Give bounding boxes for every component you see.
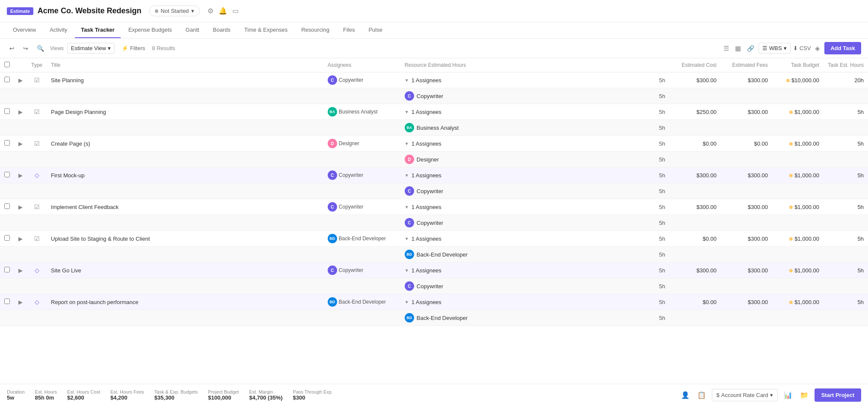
more-action-icon[interactable]: ⋮ — [94, 78, 99, 84]
task-title: Create Page (s) — [51, 140, 90, 147]
resource-row: ▼ 1 Assignees 5h — [405, 140, 665, 147]
row-est-cost: $300.00 — [670, 263, 721, 278]
arrow-down-icon[interactable]: ▼ — [405, 236, 409, 241]
row-type: ☑ — [27, 136, 47, 152]
row-checkbox[interactable] — [4, 108, 10, 114]
header: Estimate Acme Co. Website Redesign Not S… — [0, 0, 868, 22]
tab-pulse[interactable]: Pulse — [362, 22, 388, 38]
layout-action-icon[interactable]: ▭ — [154, 236, 159, 242]
arrow-down-icon[interactable]: ▼ — [405, 300, 409, 304]
tab-boards[interactable]: Boards — [207, 22, 237, 38]
tab-time-expenses[interactable]: Time & Expenses — [238, 22, 293, 38]
sub-empty-6 — [670, 310, 721, 326]
row-expand[interactable]: ▶ — [14, 231, 27, 247]
arrow-down-icon[interactable]: ▼ — [405, 173, 409, 178]
wbs-icon: ☰ — [762, 45, 767, 51]
resource-row: ▼ 1 Assignees 5h — [405, 236, 665, 242]
row-expand[interactable]: ▶ — [14, 263, 27, 278]
sub-empty-9 — [824, 278, 868, 294]
more-action-icon[interactable]: ⋮ — [160, 236, 166, 242]
grid-view-icon[interactable]: ▦ — [733, 43, 743, 54]
tab-task-tracker[interactable]: Task Tracker — [75, 22, 121, 38]
list-view-icon[interactable]: ☰ — [722, 43, 731, 54]
row-expand[interactable]: ▶ — [14, 136, 27, 152]
row-checkbox[interactable] — [4, 235, 10, 241]
more-action-icon[interactable]: ⋮ — [116, 109, 121, 115]
redo-button[interactable]: ↪ — [21, 43, 31, 54]
nav-tabs: Overview Activity Task Tracker Expense B… — [0, 22, 868, 39]
row-task-est-hours: 5h — [824, 136, 868, 152]
col-type: Type — [27, 58, 47, 72]
bell-icon[interactable]: 🔔 — [219, 7, 227, 15]
sub-empty-4 — [47, 120, 323, 136]
sub-resource-cell: BD Back-End Developer 5h — [400, 310, 670, 326]
row-expand[interactable]: ▶ — [14, 167, 27, 183]
arrow-down-icon[interactable]: ▼ — [405, 268, 409, 273]
row-task-budget: $1,000.00 — [772, 167, 824, 183]
sub-empty-1 — [0, 88, 14, 104]
tab-files[interactable]: Files — [337, 22, 361, 38]
layout-action-icon[interactable]: ▭ — [142, 299, 147, 305]
project-title: Acme Co. Website Redesign — [38, 6, 142, 15]
tab-overview[interactable]: Overview — [7, 22, 42, 38]
row-est-fees: $300.00 — [721, 231, 772, 247]
layout-action-icon[interactable]: ▭ — [89, 173, 93, 179]
undo-button[interactable]: ↩ — [7, 43, 17, 54]
sub-avatar: D — [405, 155, 414, 164]
sub-empty-9 — [824, 215, 868, 231]
row-checkbox[interactable] — [4, 172, 10, 177]
row-checkbox[interactable] — [4, 299, 10, 304]
row-est-fees: $300.00 — [721, 104, 772, 120]
arrow-down-icon[interactable]: ▼ — [405, 141, 409, 146]
layout-action-icon[interactable]: ▭ — [110, 109, 115, 115]
row-est-fees: $300.00 — [721, 263, 772, 278]
filters-button[interactable]: ⚡ Filters — [118, 43, 148, 53]
row-expand[interactable]: ▶ — [14, 199, 27, 215]
row-assignee: BD Back-End Developer — [323, 294, 400, 310]
select-all-checkbox[interactable] — [4, 62, 10, 67]
download-icon: ⬇ — [793, 45, 798, 51]
arrow-down-icon[interactable]: ▼ — [405, 205, 409, 209]
row-checkbox[interactable] — [4, 267, 10, 272]
sub-empty-4 — [47, 183, 323, 199]
assignees-count: 1 Assignees — [412, 140, 441, 147]
arrow-down-icon[interactable]: ▼ — [405, 78, 409, 83]
layout-action-icon[interactable]: ▭ — [88, 78, 92, 84]
wbs-button[interactable]: ☰ WBS ▾ — [758, 43, 791, 54]
table-row: ▶ ◇ First Mock-up ▭ ⋮ C Copywriter ▼ 1 A… — [0, 167, 868, 183]
csv-button[interactable]: ⬇ CSV — [793, 45, 811, 51]
sub-avatar: BD — [405, 250, 414, 259]
layout-action-icon[interactable]: ▭ — [85, 268, 90, 274]
more-action-icon[interactable]: ⋮ — [129, 204, 134, 210]
settings-icon[interactable]: ⚙ — [207, 7, 213, 15]
layout-action-icon[interactable]: ▭ — [123, 204, 127, 210]
row-checkbox[interactable] — [4, 77, 10, 82]
view-select[interactable]: Estimate View ▾ — [67, 43, 115, 54]
row-expand[interactable]: ▶ — [14, 72, 27, 88]
search-button[interactable]: 🔍 — [34, 43, 47, 54]
tab-gantt[interactable]: Gantt — [180, 22, 205, 38]
link-icon[interactable]: 🔗 — [745, 43, 756, 54]
more-action-icon[interactable]: ⋮ — [95, 173, 100, 179]
layout-action-icon[interactable]: ▭ — [94, 141, 99, 147]
layout-icon[interactable]: ▭ — [232, 7, 239, 15]
more-action-icon[interactable]: ⋮ — [149, 299, 154, 305]
tab-expense-budgets[interactable]: Expense Budgets — [122, 22, 178, 38]
task-title: Report on post-launch performance — [51, 299, 139, 305]
more-action-icon[interactable]: ⋮ — [92, 268, 97, 274]
row-task-budget: $1,000.00 — [772, 199, 824, 215]
row-type: ☑ — [27, 72, 47, 88]
more-action-icon[interactable]: ⋮ — [101, 141, 106, 147]
row-expand[interactable]: ▶ — [14, 294, 27, 310]
add-task-button[interactable]: Add Task — [824, 42, 861, 54]
row-checkbox[interactable] — [4, 203, 10, 209]
row-expand[interactable]: ▶ — [14, 104, 27, 120]
tab-resourcing[interactable]: Resourcing — [295, 22, 335, 38]
tab-activity[interactable]: Activity — [44, 22, 73, 38]
sub-resource-row: BD Back-End Developer 5h — [405, 250, 665, 259]
arrow-down-icon[interactable]: ▼ — [405, 110, 409, 114]
sub-empty-5 — [323, 183, 400, 199]
layers-icon[interactable]: ◈ — [813, 43, 822, 54]
status-pill[interactable]: Not Started ▾ — [149, 6, 200, 16]
row-checkbox[interactable] — [4, 140, 10, 146]
